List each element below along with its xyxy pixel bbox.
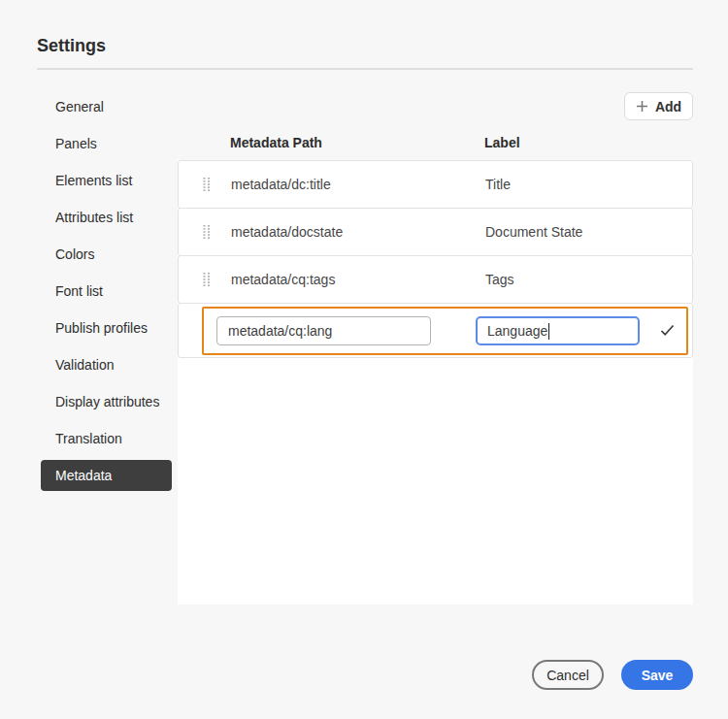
- sidebar-item-publish-profiles[interactable]: Publish profiles: [41, 310, 172, 346]
- metadata-table: metadata/dc:title Title metadata/docstat…: [178, 160, 693, 605]
- sidebar-item-metadata[interactable]: Metadata: [41, 457, 172, 494]
- column-header-metadata-path: Metadata Path: [230, 135, 322, 150]
- label-input[interactable]: Language: [476, 316, 640, 345]
- save-button[interactable]: Save: [621, 660, 693, 690]
- metadata-path-cell: metadata/dc:title: [231, 177, 331, 192]
- label-cell: Tags: [485, 272, 514, 287]
- label-cell: Title: [485, 177, 511, 192]
- drag-handle-icon[interactable]: [203, 178, 211, 192]
- column-header-label: Label: [484, 135, 520, 150]
- settings-dialog: Settings General Panels Elements list At…: [0, 0, 728, 719]
- title-divider: [37, 68, 693, 70]
- sidebar-item-elements-list[interactable]: Elements list: [41, 162, 172, 199]
- cancel-button[interactable]: Cancel: [532, 660, 604, 690]
- sidebar-item-panels[interactable]: Panels: [41, 125, 172, 162]
- metadata-path-input[interactable]: [216, 316, 431, 345]
- sidebar-item-translation[interactable]: Translation: [41, 420, 172, 457]
- checkmark-icon[interactable]: [658, 322, 676, 340]
- settings-sidebar: General Panels Elements list Attributes …: [41, 88, 172, 494]
- sidebar-item-font-list[interactable]: Font list: [41, 273, 172, 310]
- table-row[interactable]: metadata/cq:tags Tags: [178, 255, 693, 304]
- text-cursor: [548, 323, 550, 340]
- sidebar-item-colors[interactable]: Colors: [41, 236, 172, 273]
- sidebar-item-attributes-list[interactable]: Attributes list: [41, 199, 172, 236]
- drag-handle-icon[interactable]: [203, 273, 211, 287]
- page-title: Settings: [37, 36, 106, 56]
- table-row[interactable]: metadata/docstate Document State: [178, 208, 693, 256]
- sidebar-item-general[interactable]: General: [41, 88, 172, 125]
- label-input-value: Language: [487, 323, 547, 339]
- metadata-path-cell: metadata/cq:tags: [231, 272, 335, 287]
- label-cell: Document State: [485, 224, 582, 240]
- add-button-label: Add: [655, 99, 681, 114]
- add-button[interactable]: Add: [624, 92, 693, 120]
- plus-icon: [636, 100, 648, 113]
- drag-handle-icon[interactable]: [203, 225, 211, 240]
- table-row[interactable]: metadata/dc:title Title: [178, 160, 693, 209]
- table-row-editing: Language: [178, 303, 693, 358]
- sidebar-item-validation[interactable]: Validation: [41, 346, 172, 383]
- metadata-path-cell: metadata/docstate: [231, 224, 343, 240]
- sidebar-item-display-attributes[interactable]: Display attributes: [41, 383, 172, 420]
